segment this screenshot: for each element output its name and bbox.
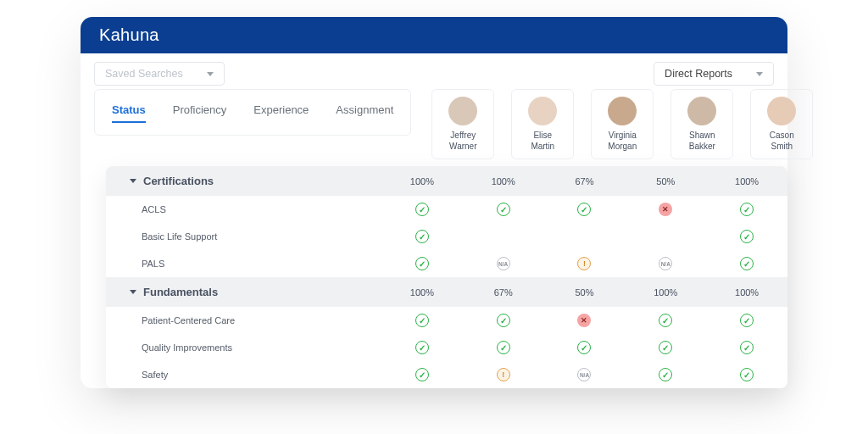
status-cell bbox=[463, 336, 544, 359]
avatar bbox=[448, 97, 477, 125]
status-cell bbox=[625, 231, 706, 242]
skills-grid: Certifications100%100%67%50%100%ACLSBasi… bbox=[106, 166, 787, 388]
skill-row: Safety bbox=[106, 361, 787, 388]
check-icon bbox=[740, 203, 754, 216]
summary-cell: 100% bbox=[463, 170, 544, 193]
person-card[interactable]: VirginiaMorgan bbox=[591, 89, 654, 159]
check-icon bbox=[497, 314, 510, 327]
status-cell bbox=[706, 363, 787, 387]
tab-proficiency[interactable]: Proficiency bbox=[173, 103, 227, 123]
saved-searches-label: Saved Searches bbox=[105, 68, 183, 80]
summary-cell: 100% bbox=[381, 281, 463, 304]
check-icon bbox=[415, 203, 429, 216]
direct-reports-select[interactable]: Direct Reports bbox=[654, 62, 774, 86]
brand-name: Kahuna bbox=[99, 25, 159, 44]
skill-name: PALS bbox=[106, 250, 381, 277]
tab-experience[interactable]: Experience bbox=[253, 103, 309, 123]
brand-bar: Kahuna bbox=[81, 17, 787, 53]
warn-icon bbox=[577, 257, 591, 270]
status-cell bbox=[544, 231, 626, 242]
status-cell bbox=[625, 252, 706, 275]
group-header[interactable]: Certifications100%100%67%50%100% bbox=[106, 166, 787, 196]
tab-status[interactable]: Status bbox=[112, 103, 146, 123]
skill-row: Basic Life Support bbox=[106, 223, 787, 250]
avatar bbox=[528, 97, 557, 125]
summary-cell: 100% bbox=[625, 281, 706, 304]
group-title: Fundamentals bbox=[106, 277, 381, 307]
status-cell bbox=[706, 336, 787, 359]
chevron-down-icon bbox=[130, 179, 136, 183]
na-icon bbox=[659, 257, 672, 270]
status-cell bbox=[463, 252, 544, 275]
status-cell bbox=[625, 198, 706, 221]
summary-cell: 67% bbox=[544, 170, 626, 193]
status-cell bbox=[463, 231, 544, 242]
group-header[interactable]: Fundamentals100%67%50%100%100% bbox=[106, 277, 787, 307]
check-icon bbox=[497, 341, 510, 354]
check-icon bbox=[659, 314, 672, 327]
status-cell bbox=[463, 363, 544, 387]
person-card[interactable]: JeffreyWarner bbox=[431, 89, 494, 159]
status-cell bbox=[381, 252, 463, 275]
group-title: Certifications bbox=[106, 166, 381, 196]
status-cell bbox=[463, 309, 544, 332]
status-cell bbox=[625, 309, 706, 332]
chevron-down-icon bbox=[207, 72, 214, 76]
status-cell bbox=[544, 198, 626, 221]
header-row: StatusProficiencyExperienceAssignment Je… bbox=[81, 89, 787, 159]
skill-name: Patient-Centered Care bbox=[106, 307, 381, 334]
status-cell bbox=[706, 225, 787, 248]
check-icon bbox=[740, 368, 754, 381]
check-icon bbox=[497, 203, 510, 216]
person-name: JeffreyWarner bbox=[436, 131, 490, 152]
person-name: CasonSmith bbox=[754, 131, 809, 152]
chevron-down-icon bbox=[756, 72, 763, 76]
check-icon bbox=[740, 257, 754, 270]
check-icon bbox=[415, 257, 429, 270]
direct-reports-label: Direct Reports bbox=[665, 68, 732, 80]
tabs-card: StatusProficiencyExperienceAssignment bbox=[94, 89, 411, 136]
check-icon bbox=[740, 314, 754, 327]
saved-searches-select[interactable]: Saved Searches bbox=[94, 62, 225, 86]
check-icon bbox=[577, 203, 591, 216]
skill-row: PALS bbox=[106, 250, 787, 277]
person-card[interactable]: CasonSmith bbox=[750, 89, 813, 159]
toolbar: Saved Searches Direct Reports bbox=[81, 53, 787, 89]
person-card[interactable]: ShawnBakker bbox=[670, 89, 733, 159]
na-icon bbox=[577, 368, 591, 381]
summary-cell: 50% bbox=[544, 281, 626, 304]
status-cell bbox=[381, 309, 463, 332]
summary-cell: 67% bbox=[463, 281, 544, 304]
summary-cell: 50% bbox=[625, 170, 706, 193]
status-cell bbox=[544, 309, 626, 332]
status-cell bbox=[625, 336, 706, 359]
avatar bbox=[608, 97, 637, 125]
check-icon bbox=[740, 341, 754, 354]
status-cell bbox=[381, 225, 463, 248]
check-icon bbox=[415, 368, 429, 381]
fail-icon bbox=[659, 203, 672, 216]
skill-name: ACLS bbox=[106, 196, 381, 223]
app-card: Kahuna Saved Searches Direct Reports Sta… bbox=[81, 17, 787, 388]
tab-assignment[interactable]: Assignment bbox=[336, 103, 393, 123]
summary-cell: 100% bbox=[706, 281, 787, 304]
status-cell bbox=[544, 336, 626, 359]
status-cell bbox=[544, 363, 626, 387]
na-icon bbox=[497, 257, 510, 270]
person-card[interactable]: EliseMartin bbox=[511, 89, 574, 159]
person-name: ShawnBakker bbox=[675, 131, 729, 152]
check-icon bbox=[659, 341, 672, 354]
status-cell bbox=[544, 252, 626, 275]
check-icon bbox=[415, 230, 429, 243]
check-icon bbox=[659, 368, 672, 381]
person-name: VirginiaMorgan bbox=[595, 131, 649, 152]
summary-cell: 100% bbox=[706, 170, 787, 193]
status-cell bbox=[381, 198, 463, 221]
skill-row: Patient-Centered Care bbox=[106, 307, 787, 334]
skill-name: Basic Life Support bbox=[106, 223, 381, 250]
skill-row: ACLS bbox=[106, 196, 787, 223]
skill-name: Quality Improvements bbox=[106, 334, 381, 361]
avatar bbox=[687, 97, 716, 125]
skill-name: Safety bbox=[106, 361, 381, 388]
status-cell bbox=[706, 252, 787, 275]
